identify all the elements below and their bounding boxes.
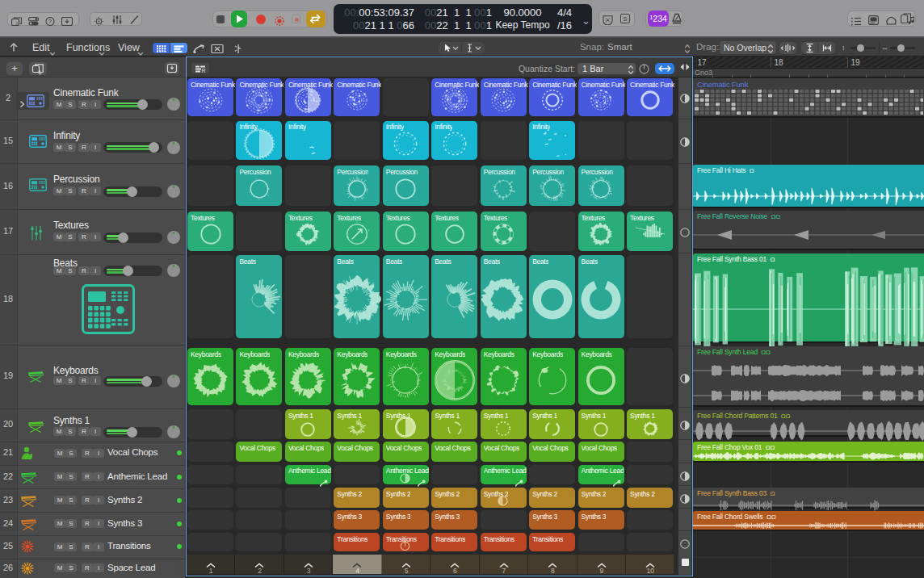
svg-text:?: ? [48, 18, 52, 25]
svg-text:♪: ♪ [15, 20, 19, 26]
svg-text:R: R [202, 68, 206, 73]
